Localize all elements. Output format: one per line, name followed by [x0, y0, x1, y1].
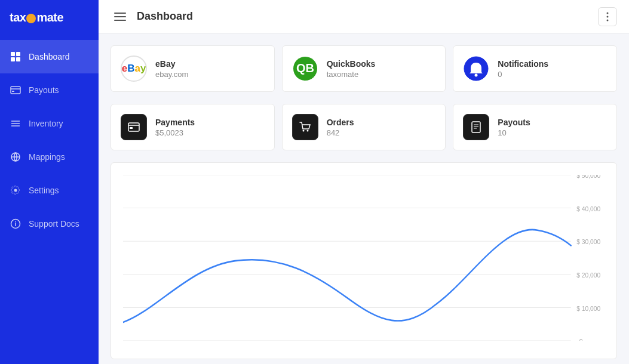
sidebar-item-mappings[interactable]: Mappings	[0, 140, 99, 174]
payouts-icon	[10, 84, 22, 96]
ebay-card[interactable]: eBay eBay ebay.com	[111, 45, 275, 92]
payouts-card[interactable]: Payouts 10	[453, 104, 617, 150]
svg-rect-6	[12, 91, 14, 92]
header: Dashboard	[99, 0, 629, 33]
sidebar-item-support-docs[interactable]: i Support Docs	[0, 207, 99, 240]
notifications-icon	[463, 55, 489, 82]
svg-rect-29	[472, 122, 480, 132]
svg-point-19	[607, 19, 609, 21]
quickbooks-icon: QB	[292, 55, 318, 82]
chart-svg: $ 50,000 $ 40,000 $ 30,000 $ 20,000 $ 10…	[123, 175, 605, 341]
svg-rect-2	[11, 57, 15, 61]
more-options-button[interactable]	[598, 7, 617, 26]
sidebar-item-label: Support Docs	[29, 219, 79, 229]
sidebar-item-label: Mappings	[29, 152, 65, 162]
sidebar-item-settings[interactable]: Settings	[0, 174, 99, 207]
sidebar-item-label: Settings	[29, 186, 59, 195]
cards-row-1: eBay eBay ebay.com QB QuickBooks	[111, 45, 617, 92]
logo-text: taxmate	[10, 11, 63, 24]
svg-text:$ 10,000: $ 10,000	[576, 304, 600, 312]
svg-text:$ 20,000: $ 20,000	[576, 271, 600, 279]
notifications-title: Notifications	[498, 59, 548, 69]
cards-row-2: Payments $5,0023 Orders 842	[111, 104, 617, 150]
sidebar-item-label: Inventory	[29, 119, 63, 128]
svg-rect-1	[16, 52, 20, 56]
main-content: Dashboard eBay eBay ebay.com	[99, 0, 629, 364]
svg-rect-14	[114, 13, 126, 14]
quickbooks-title: QuickBooks	[327, 59, 376, 69]
svg-rect-16	[114, 20, 126, 21]
inventory-icon	[10, 118, 22, 129]
svg-rect-3	[16, 57, 20, 61]
orders-count: 842	[327, 128, 354, 137]
svg-point-17	[607, 12, 609, 14]
svg-text:0: 0	[579, 338, 583, 341]
ebay-icon: eBay	[121, 55, 147, 82]
payments-card[interactable]: Payments $5,0023	[111, 104, 275, 150]
quickbooks-subtitle: taxomate	[327, 70, 376, 79]
ebay-subtitle: ebay.com	[155, 70, 188, 79]
header-left: Dashboard	[111, 7, 193, 26]
support-docs-icon: i	[10, 218, 22, 230]
sidebar-item-label: Payouts	[29, 85, 59, 95]
sidebar-item-dashboard[interactable]: Dashboard	[0, 40, 99, 73]
orders-icon	[292, 114, 318, 140]
svg-text:$ 50,000: $ 50,000	[576, 175, 600, 179]
quickbooks-card[interactable]: QB QuickBooks taxomate	[282, 45, 446, 92]
svg-text:$ 30,000: $ 30,000	[576, 238, 600, 246]
svg-point-28	[306, 130, 308, 132]
payouts-title: Payouts	[498, 118, 530, 127]
svg-text:QB: QB	[296, 61, 314, 75]
svg-point-27	[302, 130, 304, 132]
sidebar-item-payouts[interactable]: Payouts	[0, 73, 99, 107]
orders-card[interactable]: Orders 842	[282, 104, 446, 150]
svg-text:i: i	[14, 220, 16, 227]
sidebar-item-inventory[interactable]: Inventory	[0, 107, 99, 140]
sidebar: taxmate Dashboard Payouts	[0, 0, 99, 364]
chart-container: $ 50,000 $ 40,000 $ 30,000 $ 20,000 $ 10…	[111, 162, 617, 359]
dashboard-icon	[10, 51, 22, 63]
svg-point-18	[607, 16, 609, 17]
svg-point-23	[475, 74, 478, 77]
svg-rect-15	[114, 16, 126, 17]
payments-value: $5,0023	[155, 128, 195, 137]
content-area: eBay eBay ebay.com QB QuickBooks	[99, 33, 629, 364]
payouts-count: 10	[498, 128, 530, 137]
ebay-title: eBay	[155, 59, 188, 69]
payments-title: Payments	[155, 118, 195, 127]
sidebar-nav: Dashboard Payouts Inventory	[0, 35, 99, 240]
svg-rect-26	[130, 127, 133, 129]
notifications-card[interactable]: Notifications 0	[453, 45, 617, 92]
payments-icon	[121, 114, 147, 140]
menu-button[interactable]	[111, 7, 130, 26]
mappings-icon	[10, 151, 22, 163]
payouts-icon	[463, 114, 489, 140]
page-title: Dashboard	[137, 10, 193, 23]
app-logo: taxmate	[0, 0, 99, 35]
svg-rect-0	[11, 52, 15, 56]
settings-icon	[10, 184, 22, 196]
sidebar-item-label: Dashboard	[29, 52, 70, 61]
notifications-count: 0	[498, 70, 548, 79]
orders-title: Orders	[327, 118, 354, 127]
svg-rect-4	[11, 87, 20, 94]
svg-text:$ 40,000: $ 40,000	[576, 205, 600, 212]
